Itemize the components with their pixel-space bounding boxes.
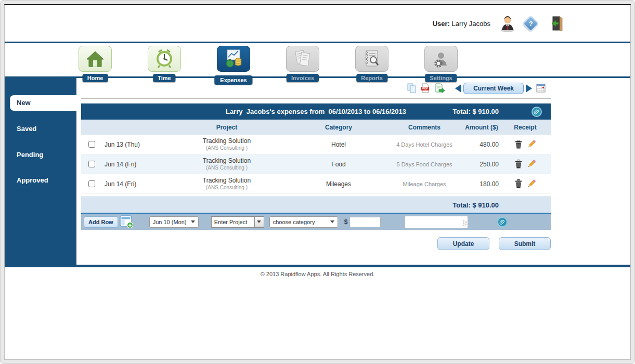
invoices-icon [286, 46, 319, 72]
tab-settings[interactable]: Settings [424, 43, 458, 76]
category-select[interactable]: choose category [269, 216, 338, 228]
reports-icon [355, 46, 388, 72]
column-receipt: Receipt [500, 124, 551, 131]
row-date: Jun 13 (Thu) [102, 141, 162, 148]
row-category: Mileages [292, 180, 385, 188]
pdf-export-icon[interactable]: PDF [421, 83, 430, 93]
edit-row-icon[interactable] [527, 160, 536, 168]
project-input[interactable] [212, 217, 254, 227]
delete-row-icon[interactable] [515, 160, 522, 168]
tab-home[interactable]: Home [79, 43, 112, 76]
expense-period-title: Larry Jacobs's expenses from 06/10/2013 … [226, 108, 406, 115]
tab-reports[interactable]: Reports [355, 43, 388, 76]
window-frame: User: Larry Jacobs ? [0, 0, 635, 364]
sidebar-item-new[interactable]: New [10, 95, 76, 111]
attachment-icon[interactable] [532, 107, 542, 117]
expense-row: Jun 14 (Fri) Tracking Solution (ANS Cons… [81, 154, 551, 174]
tab-settings-label: Settings [425, 74, 457, 82]
row-checkbox[interactable] [88, 141, 95, 148]
add-attachment-icon[interactable] [497, 217, 508, 227]
currency-symbol: $ [344, 218, 348, 226]
content: PDF Current Week [76, 78, 630, 265]
table-total: Total: $ 910.00 [452, 201, 499, 209]
tab-expenses[interactable]: Expenses [217, 43, 250, 76]
update-button[interactable]: Update [437, 237, 489, 250]
row-comments: 4 Days Hotel Charges [385, 141, 463, 148]
submit-button[interactable]: Submit [499, 237, 551, 250]
amount-input[interactable] [349, 217, 381, 227]
edit-row-icon[interactable] [527, 179, 536, 188]
comment-textarea[interactable] [405, 216, 468, 228]
project-combobox [211, 216, 264, 228]
row-comments: 5 Days Food Charges [385, 161, 463, 167]
logout-door-icon[interactable] [545, 15, 563, 32]
column-amount: Amount ($) [463, 124, 500, 131]
user-text: User: Larry Jacobs [433, 20, 490, 28]
user-avatar-icon[interactable] [499, 15, 516, 32]
delete-row-icon[interactable] [515, 179, 522, 188]
tab-expenses-label: Expenses [214, 75, 252, 85]
copy-icon[interactable] [407, 83, 417, 93]
user-label: User: [433, 20, 450, 28]
expense-summary-bar: Larry Jacobs's expenses from 06/10/2013 … [81, 103, 551, 120]
sidebar-item-saved[interactable]: Saved [17, 125, 36, 133]
row-category: Hotel [292, 141, 385, 148]
add-row-table-icon[interactable] [120, 215, 134, 228]
row-amount: 480.00 [463, 141, 500, 148]
tab-reports-label: Reports [356, 74, 387, 82]
row-project: Tracking Solution (ANS Consulting ) [162, 177, 292, 190]
row-category: Food [292, 161, 385, 168]
chevron-down-icon [330, 220, 334, 223]
row-checkbox[interactable] [88, 161, 95, 167]
row-amount: 250.00 [463, 161, 500, 168]
column-category: Category [292, 124, 385, 131]
calendar-icon[interactable] [536, 84, 546, 93]
delete-row-icon[interactable] [515, 140, 522, 149]
chevron-down-icon [191, 220, 195, 223]
add-row-button[interactable]: Add Row [84, 216, 118, 228]
edit-row-icon[interactable] [527, 140, 536, 149]
help-icon[interactable]: ? [522, 15, 539, 32]
row-project: Tracking Solution (ANS Consulting ) [162, 138, 292, 151]
topbar: User: Larry Jacobs ? [5, 5, 630, 42]
expenses-icon [217, 46, 250, 72]
sidebar-item-approved[interactable]: Approved [17, 176, 48, 184]
column-comments: Comments [385, 124, 463, 131]
column-project: Project [162, 124, 292, 131]
project-dropdown-button[interactable] [254, 217, 264, 227]
table-header-row: Project Category Comments Amount ($) Rec… [81, 120, 551, 135]
action-buttons: Update Submit [81, 237, 551, 250]
excel-export-icon[interactable] [434, 83, 445, 93]
current-week-button[interactable]: Current Week [463, 83, 524, 94]
expense-table: Larry Jacobs's expenses from 06/10/2013 … [81, 103, 551, 230]
expense-row: Jun 13 (Thu) Tracking Solution (ANS Cons… [81, 135, 551, 154]
home-icon [79, 46, 112, 72]
footer: © 2013 Rapidflow Apps. All Rights Reserv… [5, 267, 630, 277]
settings-icon [424, 46, 458, 72]
chevron-down-icon [257, 220, 261, 223]
add-row-bar: Add Row Jun 10 (Mon) [81, 214, 551, 230]
copyright-text: © 2013 Rapidflow Apps. All Rights Reserv… [261, 271, 375, 277]
next-week-arrow[interactable] [526, 84, 532, 93]
user-name: Larry Jacobs [452, 20, 490, 28]
previous-week-arrow[interactable] [455, 84, 461, 93]
row-amount: 180.00 [463, 180, 500, 188]
app-panel: User: Larry Jacobs ? [4, 4, 631, 360]
row-comments: Mileage Charges [385, 181, 463, 187]
date-select[interactable]: Jun 10 (Mon) [149, 216, 199, 228]
table-total-row: Total: $ 910.00 [81, 197, 551, 214]
sidebar-item-pending[interactable]: Pending [17, 151, 43, 159]
tab-invoices[interactable]: Invoices [286, 43, 319, 76]
main-nav: Home Time [5, 43, 630, 76]
sidebar: New Saved Pending Approved [5, 78, 76, 265]
expense-total-header: Total: $ 910.00 [452, 108, 499, 115]
tab-home-label: Home [83, 74, 108, 82]
row-project: Tracking Solution (ANS Consulting ) [162, 158, 292, 171]
row-checkbox[interactable] [88, 180, 95, 187]
row-date: Jun 14 (Fri) [102, 161, 162, 168]
tab-time-label: Time [153, 74, 175, 82]
row-date: Jun 14 (Fri) [102, 180, 162, 188]
tab-time[interactable]: Time [148, 43, 181, 76]
resize-handle[interactable] [463, 220, 464, 222]
svg-text:PDF: PDF [422, 87, 428, 90]
